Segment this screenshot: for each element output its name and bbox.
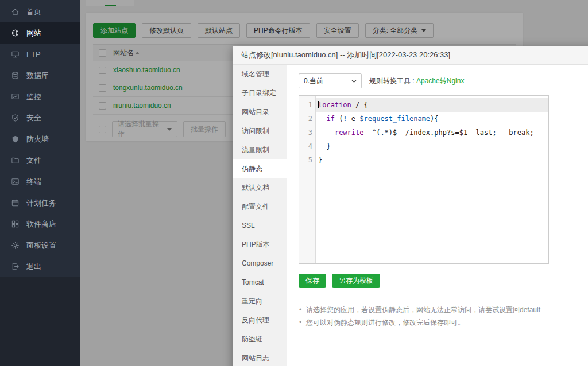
sidebar-item-label: FTP xyxy=(26,50,41,59)
folder-icon xyxy=(11,156,20,165)
modal-menu-item-4[interactable]: 访问限制 xyxy=(233,122,287,141)
modal-menu-item-11[interactable]: Composer xyxy=(233,254,287,273)
code-line: location / { xyxy=(316,98,548,112)
line-number: 3 xyxy=(299,126,312,139)
monitor-chart-icon xyxy=(11,92,20,101)
sidebar-item-label: 安全 xyxy=(26,113,41,123)
terminal-icon xyxy=(11,177,20,186)
editor-actions: 保存另存为模板 xyxy=(299,274,588,288)
grid-icon xyxy=(11,220,20,228)
sidebar-item-logout[interactable]: 退出 xyxy=(0,256,80,277)
logout-icon xyxy=(11,262,20,271)
home-icon xyxy=(11,7,20,16)
sidebar-item-security[interactable]: 安全 xyxy=(0,107,80,129)
sidebar-item-label: 防火墙 xyxy=(26,134,49,145)
code-line: rewrite ^(.*)$ /index.php?s=$1 last; bre… xyxy=(316,126,548,139)
calendar-icon xyxy=(11,198,20,207)
site-settings-modal: 站点修改[niuniu.taomiduo.cn] -- 添加时间[2022-03… xyxy=(233,46,588,366)
line-number: 5 xyxy=(299,153,312,167)
sidebar-item-label: 软件商店 xyxy=(26,219,56,229)
save-as-template-button[interactable]: 另存为模板 xyxy=(332,274,380,288)
rewrite-rule-select-value: 0.当前 xyxy=(304,76,323,86)
sidebar-menu: 首页网站FTP数据库监控安全防火墙文件终端计划任务软件商店面板设置退出 xyxy=(0,0,80,277)
rewrite-code-editor[interactable]: 12345 location / { if (!-e $request_file… xyxy=(299,95,549,264)
sidebar-item-label: 网站 xyxy=(26,28,41,38)
modal-menu-item-2[interactable]: 子目录绑定 xyxy=(233,84,287,103)
line-number: 2 xyxy=(299,112,312,126)
modal-menu-item-10[interactable]: PHP版本 xyxy=(233,235,287,254)
sidebar-item-database[interactable]: 数据库 xyxy=(0,65,80,86)
modal-menu-item-3[interactable]: 网站目录 xyxy=(233,103,287,122)
modal-menu-item-1[interactable]: 域名管理 xyxy=(233,65,287,84)
sidebar-item-label: 终端 xyxy=(26,177,41,187)
sidebar-item-label: 文件 xyxy=(26,155,41,166)
modal-menu-item-14[interactable]: 反向代理 xyxy=(233,311,287,330)
sidebar-item-label: 面板设置 xyxy=(26,240,56,251)
modal-menu-item-16[interactable]: 网站日志 xyxy=(233,349,287,366)
sidebar-item-terminal[interactable]: 终端 xyxy=(0,171,80,192)
rewrite-panel: 0.当前 规则转换工具 : Apache转Nginx 12345 locatio… xyxy=(287,65,588,366)
help-note: 请选择您的应用，若设置伪静态后，网站无法正常访问，请尝试设置回default xyxy=(299,303,588,316)
sidebar-item-settings[interactable]: 面板设置 xyxy=(0,235,80,256)
sidebar-item-appstore[interactable]: 软件商店 xyxy=(0,213,80,235)
apache-to-nginx-link[interactable]: Apache转Nginx xyxy=(416,77,464,85)
rewrite-rule-select[interactable]: 0.当前 xyxy=(299,73,362,88)
modal-menu-item-9[interactable]: SSL xyxy=(233,216,287,235)
modal-menu-item-15[interactable]: 防盗链 xyxy=(233,330,287,349)
help-note: 您可以对伪静态规则进行修改，修改完后保存即可。 xyxy=(299,316,588,329)
shield-icon xyxy=(11,135,20,143)
line-number: 4 xyxy=(299,139,312,153)
editor-line-numbers: 12345 xyxy=(299,96,316,263)
rule-converter-text: 规则转换工具 : xyxy=(369,77,416,85)
modal-title: 站点修改[niuniu.taomiduo.cn] -- 添加时间[2022-03… xyxy=(233,46,588,65)
line-number: 1 xyxy=(299,98,312,112)
rule-row: 0.当前 规则转换工具 : Apache转Nginx xyxy=(299,73,588,88)
sidebar-item-label: 首页 xyxy=(26,7,41,17)
gear-icon xyxy=(11,241,20,250)
modal-menu-item-13[interactable]: 重定向 xyxy=(233,292,287,311)
sidebar-item-cron[interactable]: 计划任务 xyxy=(0,192,80,213)
modal-body: 域名管理子目录绑定网站目录访问限制流量限制伪静态默认文档配置文件SSLPHP版本… xyxy=(233,65,588,366)
sidebar-item-website[interactable]: 网站 xyxy=(0,22,80,44)
sidebar-item-monitor[interactable]: 监控 xyxy=(0,86,80,107)
modal-menu-item-7[interactable]: 默认文档 xyxy=(233,178,287,197)
sidebar-item-label: 退出 xyxy=(26,262,41,272)
modal-menu-item-6[interactable]: 伪静态 xyxy=(233,159,287,178)
shield-check-icon xyxy=(11,114,20,122)
chevron-down-icon xyxy=(351,79,357,84)
help-notes: 请选择您的应用，若设置伪静态后，网站无法正常访问，请尝试设置回default您可… xyxy=(299,303,588,329)
sidebar-item-label: 监控 xyxy=(26,92,41,102)
sidebar-item-firewall[interactable]: 防火墙 xyxy=(0,129,80,150)
save-button[interactable]: 保存 xyxy=(299,274,326,288)
sidebar-item-home[interactable]: 首页 xyxy=(0,1,80,22)
globe-icon xyxy=(11,29,20,37)
sidebar-item-label: 计划任务 xyxy=(26,198,56,208)
sidebar-item-ftp[interactable]: FTP xyxy=(0,44,80,65)
code-line: } xyxy=(316,139,548,153)
code-line: if (!-e $request_filename){ xyxy=(316,112,548,126)
modal-menu-item-8[interactable]: 配置文件 xyxy=(233,197,287,216)
modal-menu-item-5[interactable]: 流量限制 xyxy=(233,141,287,159)
sidebar: 首页网站FTP数据库监控安全防火墙文件终端计划任务软件商店面板设置退出 xyxy=(0,0,80,366)
sidebar-item-label: 数据库 xyxy=(26,71,49,81)
modal-menu: 域名管理子目录绑定网站目录访问限制流量限制伪静态默认文档配置文件SSLPHP版本… xyxy=(233,65,287,366)
editor-code: location / { if (!-e $request_filename){… xyxy=(316,96,548,263)
database-icon xyxy=(11,71,20,80)
modal-menu-item-12[interactable]: Tomcat xyxy=(233,273,287,292)
rule-converter-label: 规则转换工具 : Apache转Nginx xyxy=(369,76,464,86)
ftp-monitor-icon xyxy=(11,50,20,59)
code-line: } xyxy=(316,153,548,167)
sidebar-item-files[interactable]: 文件 xyxy=(0,150,80,171)
